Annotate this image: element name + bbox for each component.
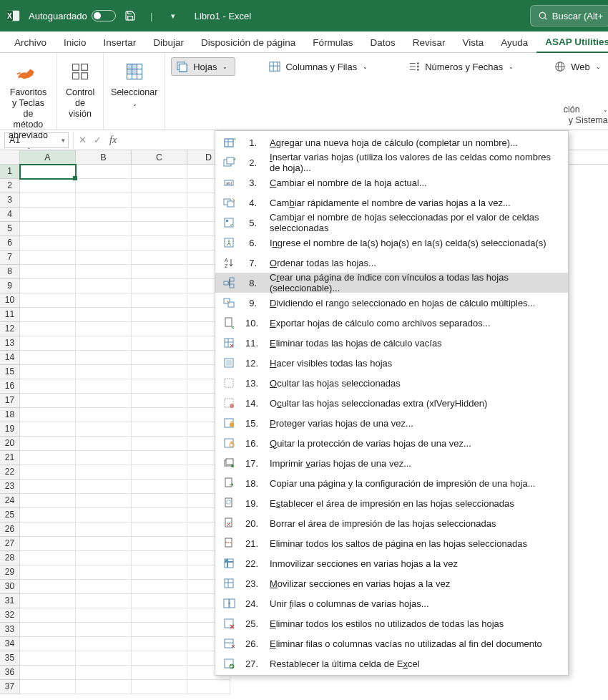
- cell[interactable]: [76, 279, 132, 293]
- cell[interactable]: [20, 666, 76, 680]
- cell[interactable]: [76, 551, 132, 565]
- chevron-down-icon[interactable]: ▾: [62, 137, 65, 144]
- name-box[interactable]: A1 ▾: [4, 132, 69, 148]
- cell[interactable]: [76, 680, 132, 694]
- cell[interactable]: [20, 508, 76, 522]
- cell[interactable]: [132, 565, 187, 580]
- cell[interactable]: [76, 408, 132, 422]
- cell[interactable]: [76, 494, 132, 508]
- cell[interactable]: [20, 580, 76, 594]
- cell[interactable]: [76, 422, 132, 437]
- menu-item-27[interactable]: 27.Restablecer la última celda de Excel: [215, 653, 568, 674]
- cell[interactable]: [132, 222, 187, 236]
- cell[interactable]: [132, 379, 187, 394]
- row-header[interactable]: 31: [0, 594, 20, 608]
- row-header[interactable]: 28: [0, 551, 20, 565]
- col-header-B[interactable]: B: [76, 150, 132, 164]
- cell[interactable]: [76, 623, 132, 637]
- cell[interactable]: [132, 608, 187, 623]
- cell[interactable]: [132, 265, 187, 279]
- tab-archivo[interactable]: Archivo: [6, 33, 55, 52]
- cell[interactable]: [20, 494, 76, 508]
- row-header[interactable]: 19: [0, 422, 20, 437]
- cell[interactable]: [76, 651, 132, 666]
- row-header[interactable]: 34: [0, 637, 20, 651]
- cell[interactable]: [76, 193, 132, 208]
- cell[interactable]: [132, 666, 187, 680]
- menu-item-2[interactable]: +2.Insertar varias hojas (utiliza los va…: [215, 152, 568, 172]
- cell[interactable]: [20, 651, 76, 666]
- cell[interactable]: [20, 637, 76, 651]
- qat-customize-icon[interactable]: ▾: [166, 9, 180, 23]
- cell[interactable]: [132, 279, 187, 293]
- menu-item-26[interactable]: 26.Eliminar filas o columnas vacías no u…: [215, 633, 568, 653]
- cell[interactable]: [20, 365, 76, 379]
- row-header[interactable]: 26: [0, 522, 20, 537]
- menu-item-17[interactable]: 17.Imprimir varias hojas de una vez...: [215, 453, 568, 473]
- menu-item-16[interactable]: 16.Quitar la protección de varias hojas …: [215, 433, 568, 453]
- cell[interactable]: [76, 594, 132, 608]
- cell[interactable]: [132, 394, 187, 408]
- cell[interactable]: [20, 551, 76, 565]
- row-header[interactable]: 14: [0, 351, 20, 365]
- cell[interactable]: [132, 480, 187, 494]
- columnas-filas-button[interactable]: Columnas y Filas ⌄: [264, 58, 375, 75]
- search-box[interactable]: Buscar (Alt+: [530, 5, 608, 26]
- cell[interactable]: [20, 537, 76, 551]
- cell[interactable]: [20, 322, 76, 336]
- cell[interactable]: [20, 208, 76, 222]
- menu-item-21[interactable]: 21.Eliminar todos los saltos de página e…: [215, 533, 568, 553]
- cell[interactable]: [20, 179, 76, 193]
- cell[interactable]: [76, 522, 132, 537]
- cell[interactable]: [20, 351, 76, 365]
- cell[interactable]: [20, 623, 76, 637]
- menu-item-18[interactable]: 18.Copiar una página y la configuración …: [215, 473, 568, 493]
- row-header[interactable]: 37: [0, 680, 20, 694]
- col-header-C[interactable]: C: [132, 150, 187, 164]
- row-header[interactable]: 13: [0, 336, 20, 351]
- row-header[interactable]: 33: [0, 623, 20, 637]
- row-header[interactable]: 16: [0, 379, 20, 394]
- cell[interactable]: [76, 336, 132, 351]
- cell[interactable]: [76, 236, 132, 251]
- row-header[interactable]: 6: [0, 236, 20, 251]
- cell[interactable]: [132, 365, 187, 379]
- col-header-A[interactable]: A: [20, 150, 76, 164]
- tab-disposicion[interactable]: Disposición de página: [192, 33, 304, 52]
- menu-item-10[interactable]: 10.Exportar hojas de cálculo como archiv…: [215, 313, 568, 333]
- select-all-corner[interactable]: [0, 150, 20, 164]
- cell[interactable]: [76, 208, 132, 222]
- cell[interactable]: [132, 251, 187, 265]
- menu-item-12[interactable]: 12.Hacer visibles todas las hojas: [215, 353, 568, 373]
- menu-item-1[interactable]: +1.Agregar una nueva hoja de cálculo (co…: [215, 132, 568, 152]
- cell[interactable]: [20, 522, 76, 537]
- row-header[interactable]: 7: [0, 251, 20, 265]
- menu-item-14[interactable]: 14.Ocultar las hojas seleccionadas extra…: [215, 393, 568, 413]
- menu-item-13[interactable]: 13.Ocultar las hojas seleccionadas: [215, 373, 568, 393]
- cell[interactable]: [76, 666, 132, 680]
- cell[interactable]: [20, 265, 76, 279]
- cell[interactable]: [132, 293, 187, 308]
- row-header[interactable]: 4: [0, 208, 20, 222]
- tab-revisar[interactable]: Revisar: [404, 33, 454, 52]
- cell[interactable]: [132, 537, 187, 551]
- cell[interactable]: [132, 236, 187, 251]
- cell[interactable]: [20, 465, 76, 480]
- row-header[interactable]: 15: [0, 365, 20, 379]
- cell[interactable]: [76, 480, 132, 494]
- row-header[interactable]: 36: [0, 666, 20, 680]
- menu-item-20[interactable]: 20.Borrar el área de impresión de las ho…: [215, 513, 568, 533]
- toggle-off-icon[interactable]: [92, 10, 116, 21]
- row-header[interactable]: 9: [0, 279, 20, 293]
- cell[interactable]: [132, 422, 187, 437]
- row-header[interactable]: 23: [0, 480, 20, 494]
- row-header[interactable]: 27: [0, 537, 20, 551]
- cell[interactable]: [76, 365, 132, 379]
- menu-item-3[interactable]: ab|3.Cambiar el nombre de la hoja actual…: [215, 172, 568, 193]
- cell[interactable]: [76, 222, 132, 236]
- fx-icon[interactable]: fx: [107, 135, 117, 146]
- cell[interactable]: [132, 465, 187, 480]
- row-header[interactable]: 20: [0, 437, 20, 451]
- cell[interactable]: [132, 308, 187, 322]
- cell[interactable]: [132, 651, 187, 666]
